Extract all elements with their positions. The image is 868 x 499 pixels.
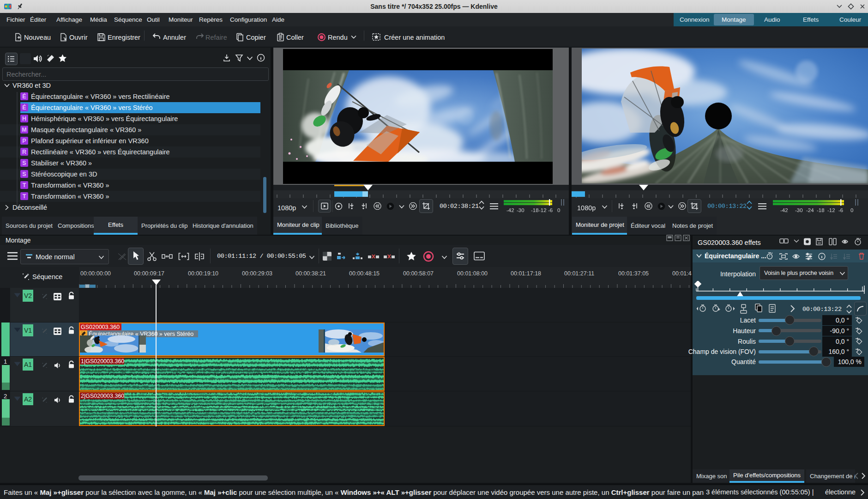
svg-text:-18: -18 [531, 207, 539, 213]
svg-text:-6: -6 [838, 207, 843, 213]
svg-text:-18: -18 [817, 207, 825, 213]
svg-text:0: 0 [557, 207, 560, 213]
svg-text:-42: -42 [780, 207, 788, 213]
svg-text:-24: -24 [806, 207, 814, 213]
svg-text:0: 0 [850, 207, 853, 213]
svg-text:-30: -30 [795, 207, 803, 213]
svg-text:-42: -42 [506, 207, 514, 213]
svg-text:-12: -12 [539, 207, 547, 213]
svg-text:-6: -6 [548, 207, 553, 213]
svg-text:-12: -12 [827, 207, 835, 213]
svg-text:-30: -30 [517, 207, 524, 213]
